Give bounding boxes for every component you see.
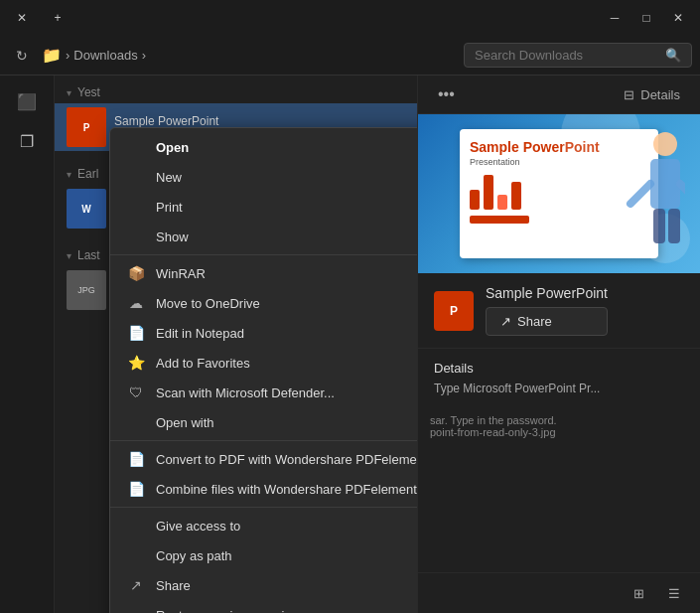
defender-icon: 🛡 — [126, 383, 146, 402]
onedrive-icon: ☁ — [126, 293, 146, 313]
bottom-info-line2: point-from-read-only-3.jpg — [430, 426, 688, 438]
title-bar-left: ✕ + — [8, 4, 71, 32]
search-icon: 🔍 — [665, 48, 681, 63]
title-bar: ✕ + ─ □ ✕ — [0, 0, 700, 36]
section-label-yesterday: Yest — [77, 85, 100, 99]
menu-label-print: Print — [156, 200, 183, 215]
menu-item-copy-path[interactable]: Copy as path — [110, 540, 417, 570]
chevron-icon-2: › — [142, 48, 146, 63]
deco-person — [606, 124, 685, 267]
chevron-icon: › — [66, 48, 70, 63]
details-row-type: Type Microsoft PowerPoint Pr... — [434, 382, 684, 395]
details-section-label: Details — [434, 361, 684, 376]
section-header-yesterday[interactable]: ▾ Yest — [55, 81, 417, 103]
list-view-button[interactable]: ☰ — [660, 579, 688, 607]
menu-label-open-with: Open with — [156, 415, 214, 430]
menu-label-favorites: Add to Favorites — [156, 356, 250, 371]
sidebar-home-icon[interactable]: ⬛ — [9, 83, 45, 119]
chevron-icon: ▾ — [67, 87, 71, 98]
ppt-btn — [470, 216, 529, 224]
menu-label-open: Open — [156, 140, 189, 155]
menu-label-new: New — [156, 170, 182, 185]
menu-item-new[interactable]: New — [110, 162, 417, 192]
menu-item-show[interactable]: Show — [110, 222, 417, 251]
notepad-icon: 📄 — [126, 323, 146, 343]
menu-label-restore: Restore previous versions — [156, 608, 305, 614]
details-section: Details Type Microsoft PowerPoint Pr... — [418, 349, 700, 410]
menu-item-print[interactable]: Print — [110, 192, 417, 222]
search-box: 🔍 — [464, 43, 692, 68]
close-window-button[interactable]: ✕ — [664, 4, 692, 32]
refresh-button[interactable]: ↻ — [8, 42, 36, 70]
folder-icon: 📁 — [42, 46, 62, 65]
breadcrumb-downloads[interactable]: Downloads — [73, 48, 137, 63]
maximize-button[interactable]: □ — [632, 4, 660, 32]
search-input[interactable] — [475, 48, 659, 63]
menu-label-onedrive: Move to OneDrive — [156, 296, 260, 311]
menu-item-favorites[interactable]: ⭐ Add to Favorites — [110, 348, 417, 378]
menu-item-convert-pdf[interactable]: 📄 Convert to PDF with Wondershare PDFele… — [110, 444, 417, 474]
share-btn-icon: ↗ — [500, 314, 511, 329]
menu-item-defender[interactable]: 🛡 Scan with Microsoft Defender... — [110, 378, 417, 407]
section-label-earlier: Earl — [77, 167, 98, 181]
main-area: ⬛ ❐ ▾ Yest P Sample PowerPoint Pow... ▾ — [0, 76, 700, 613]
menu-item-notepad[interactable]: 📄 Edit in Notepad — [110, 318, 417, 348]
share-btn-label: Share — [517, 314, 552, 329]
file-detail-section: P Sample PowerPoint ↗ Share — [418, 273, 700, 349]
right-toolbar: ••• ⊟ Details — [418, 76, 700, 114]
combine-icon: 📄 — [126, 479, 146, 499]
open-icon — [126, 137, 146, 157]
menu-item-open[interactable]: Open — [110, 132, 417, 162]
copy-path-icon — [126, 545, 146, 565]
menu-divider-1 — [110, 254, 417, 255]
file-icon-large: P — [434, 291, 474, 331]
file-detail-name: Sample PowerPoint — [486, 285, 608, 301]
svg-point-0 — [653, 132, 677, 156]
preview-image: Sample PowerPoint Presentation — [418, 114, 700, 273]
menu-item-onedrive[interactable]: ☁ Move to OneDrive — [110, 288, 417, 318]
file-thumbnail: P — [67, 107, 106, 147]
menu-item-combine-pdf[interactable]: 📄 Combine files with Wondershare PDFelem… — [110, 474, 417, 504]
menu-item-open-with[interactable]: Open with › — [110, 407, 417, 437]
chevron-icon-3: ▾ — [67, 169, 71, 180]
new-tab-button[interactable]: + — [44, 4, 71, 32]
bottom-info-line1: sar. Type in the password. — [430, 414, 688, 426]
menu-item-restore[interactable]: Restore previous versions — [110, 600, 417, 613]
section-label-last: Last — [77, 248, 100, 262]
menu-item-give-access[interactable]: Give access to › — [110, 511, 417, 540]
more-options-button[interactable]: ••• — [430, 81, 463, 107]
grid-view-button[interactable]: ⊞ — [625, 579, 652, 607]
menu-label-notepad: Edit in Notepad — [156, 326, 244, 341]
bottom-file-info: sar. Type in the password. point-from-re… — [418, 410, 700, 442]
open-with-icon — [126, 412, 146, 432]
close-tab-button[interactable]: ✕ — [8, 4, 36, 32]
svg-line-2 — [630, 184, 650, 204]
share-icon: ↗ — [126, 575, 146, 595]
details-icon: ⊟ — [624, 87, 634, 102]
chevron-icon-4: ▾ — [67, 250, 71, 261]
file-name: Sample PowerPoint — [114, 114, 405, 128]
details-label: Details — [640, 87, 680, 102]
menu-item-winrar[interactable]: 📦 WinRAR › — [110, 258, 417, 288]
sidebar-copy-icon[interactable]: ❐ — [9, 123, 45, 159]
left-panel: ▾ Yest P Sample PowerPoint Pow... ▾ Earl — [55, 76, 417, 613]
show-icon — [126, 227, 146, 246]
pdf-icon: 📄 — [126, 449, 146, 469]
bottom-bar: ⊞ ☰ — [418, 572, 700, 613]
details-button[interactable]: ⊟ Details — [616, 83, 688, 106]
menu-label-convert-pdf: Convert to PDF with Wondershare PDFeleme… — [156, 452, 417, 467]
menu-item-share[interactable]: ↗ Share — [110, 570, 417, 600]
svg-rect-5 — [668, 209, 680, 243]
new-icon — [126, 167, 146, 187]
file-thumbnail-word: W — [67, 189, 106, 229]
svg-rect-4 — [653, 209, 665, 243]
file-thumbnail-jpg: JPG — [67, 270, 106, 310]
favorites-icon: ⭐ — [126, 353, 146, 373]
minimize-button[interactable]: ─ — [601, 4, 629, 32]
menu-divider-2 — [110, 440, 417, 441]
menu-label-defender: Scan with Microsoft Defender... — [156, 385, 335, 400]
menu-label-give-access: Give access to — [156, 519, 240, 534]
share-button[interactable]: ↗ Share — [486, 307, 608, 336]
context-menu: Open New Print Show 📦 WinRAR › ☁ — [109, 127, 417, 613]
window-controls: ─ □ ✕ — [601, 4, 692, 32]
